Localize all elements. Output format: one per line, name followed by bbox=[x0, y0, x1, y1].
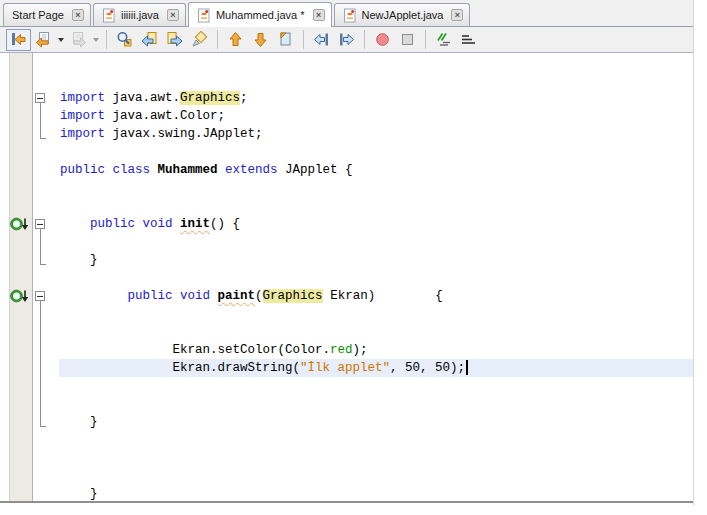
forward-dropdown[interactable] bbox=[91, 29, 101, 51]
stop-macro-recording-button[interactable] bbox=[395, 29, 420, 51]
previous-bookmark-button[interactable] bbox=[223, 29, 248, 51]
toggle-bookmark-icon bbox=[277, 31, 294, 48]
start-macro-recording-icon bbox=[374, 31, 391, 48]
find-next-occurrence-button[interactable] bbox=[162, 29, 187, 51]
code-token: init bbox=[180, 217, 210, 231]
code-token: Ekran) { bbox=[323, 289, 443, 303]
toolbar-separator bbox=[217, 30, 218, 49]
ide-window: Start Page×iiiiii.java×Muhammed.java *×N… bbox=[0, 0, 694, 505]
tab-newjapplet-java[interactable]: NewJApplet.java× bbox=[334, 3, 471, 26]
back-button[interactable] bbox=[31, 29, 56, 51]
code-line-6[interactable] bbox=[59, 179, 693, 197]
code-line-20[interactable] bbox=[59, 431, 693, 449]
forward-icon bbox=[70, 31, 87, 48]
code-token bbox=[60, 289, 128, 303]
forward-button[interactable] bbox=[66, 29, 91, 51]
code-token: ( bbox=[255, 289, 263, 303]
tab-muhammed-java[interactable]: Muhammed.java *× bbox=[188, 2, 332, 27]
tab-close-icon[interactable]: × bbox=[167, 9, 179, 21]
find-selection-icon bbox=[116, 31, 133, 48]
uncomment-button[interactable] bbox=[456, 29, 481, 51]
fold-collapse-icon[interactable] bbox=[35, 93, 45, 103]
find-selection-button[interactable] bbox=[112, 29, 137, 51]
code-line-22[interactable] bbox=[59, 467, 693, 485]
code-area[interactable]: import java.awt.Graphics;import java.awt… bbox=[59, 53, 693, 501]
shift-line-left-button[interactable] bbox=[309, 29, 334, 51]
tab-close-icon[interactable]: × bbox=[72, 9, 84, 21]
code-line-17[interactable] bbox=[59, 377, 693, 395]
tab-start-page[interactable]: Start Page× bbox=[3, 3, 91, 26]
code-line-11[interactable] bbox=[59, 269, 693, 287]
tab-close-icon[interactable]: × bbox=[313, 9, 325, 21]
code-token: "İlk applet" bbox=[300, 361, 390, 375]
code-line-3[interactable]: import javax.swing.JApplet; bbox=[59, 125, 693, 143]
toolbar-separator bbox=[106, 30, 107, 49]
toolbar-separator bbox=[303, 30, 304, 49]
code-token bbox=[105, 163, 113, 177]
code-token: import bbox=[60, 91, 105, 105]
code-line-10[interactable]: } bbox=[59, 251, 693, 269]
code-token: () { bbox=[210, 217, 240, 231]
code-token: Graphics bbox=[263, 289, 323, 303]
code-line-18[interactable] bbox=[59, 395, 693, 413]
fold-collapse-icon[interactable] bbox=[35, 291, 45, 301]
code-line-21[interactable] bbox=[59, 449, 693, 467]
code-line-4[interactable] bbox=[59, 143, 693, 161]
fold-guide-end bbox=[40, 138, 46, 139]
chevron-down-icon bbox=[93, 38, 99, 42]
overridden-method-icon[interactable] bbox=[10, 217, 32, 231]
toggle-highlight-search-button[interactable] bbox=[187, 29, 212, 51]
code-line-1[interactable]: import java.awt.Graphics; bbox=[59, 89, 693, 107]
code-token bbox=[135, 217, 143, 231]
code-token: void bbox=[180, 289, 210, 303]
tab-label: Muhammed.java * bbox=[216, 9, 305, 21]
code-token: public bbox=[128, 289, 173, 303]
code-token bbox=[210, 289, 218, 303]
code-token: } bbox=[60, 253, 98, 267]
code-line-23[interactable]: } bbox=[59, 485, 693, 503]
code-token bbox=[173, 289, 181, 303]
back-dropdown[interactable] bbox=[56, 29, 66, 51]
fold-guide-end bbox=[40, 426, 46, 427]
next-bookmark-button[interactable] bbox=[248, 29, 273, 51]
tab-label: Start Page bbox=[12, 9, 64, 21]
comment-button[interactable] bbox=[431, 29, 456, 51]
code-line-19[interactable]: } bbox=[59, 413, 693, 431]
java-file-icon bbox=[343, 8, 357, 23]
code-line-2[interactable]: import java.awt.Color; bbox=[59, 107, 693, 125]
code-token bbox=[60, 217, 90, 231]
editor-tab-bar: Start Page×iiiiii.java×Muhammed.java *×N… bbox=[0, 0, 693, 27]
code-line-12[interactable]: public void paint(Graphics Ekran) { bbox=[59, 287, 693, 305]
code-token: } bbox=[60, 487, 98, 501]
code-line-15[interactable]: Ekran.setColor(Color.red); bbox=[59, 341, 693, 359]
uncomment-icon bbox=[460, 31, 477, 48]
code-token: JApplet { bbox=[278, 163, 353, 177]
glyph-gutter bbox=[9, 53, 33, 501]
code-line-9[interactable] bbox=[59, 233, 693, 251]
code-editor[interactable]: import java.awt.Graphics;import java.awt… bbox=[0, 53, 693, 503]
code-token bbox=[218, 163, 226, 177]
code-token: public bbox=[60, 163, 105, 177]
code-line-5[interactable]: public class Muhammed extends JApplet { bbox=[59, 161, 693, 179]
code-token: class bbox=[113, 163, 151, 177]
tab-iiiiii-java[interactable]: iiiiii.java× bbox=[93, 3, 186, 26]
find-previous-occurrence-button[interactable] bbox=[137, 29, 162, 51]
fold-guide-end bbox=[40, 264, 46, 265]
code-token: Ekran.setColor(Color. bbox=[60, 343, 330, 357]
code-line-7[interactable] bbox=[59, 197, 693, 215]
code-line-13[interactable] bbox=[59, 305, 693, 323]
overridden-method-icon[interactable] bbox=[10, 289, 32, 303]
code-line-14[interactable] bbox=[59, 323, 693, 341]
comment-icon bbox=[435, 31, 452, 48]
fold-collapse-icon[interactable] bbox=[35, 219, 45, 229]
code-token: import bbox=[60, 127, 105, 141]
start-macro-recording-button[interactable] bbox=[370, 29, 395, 51]
code-line-16[interactable]: Ekran.drawString("İlk applet", 50, 50); bbox=[59, 359, 693, 377]
shift-line-right-button[interactable] bbox=[334, 29, 359, 51]
code-line-8[interactable]: public void init() { bbox=[59, 215, 693, 233]
tab-close-icon[interactable]: × bbox=[451, 9, 463, 21]
toggle-bookmark-button[interactable] bbox=[273, 29, 298, 51]
last-edit-location-button[interactable] bbox=[6, 29, 31, 51]
code-token: } bbox=[60, 415, 98, 429]
code-token: extends bbox=[225, 163, 278, 177]
